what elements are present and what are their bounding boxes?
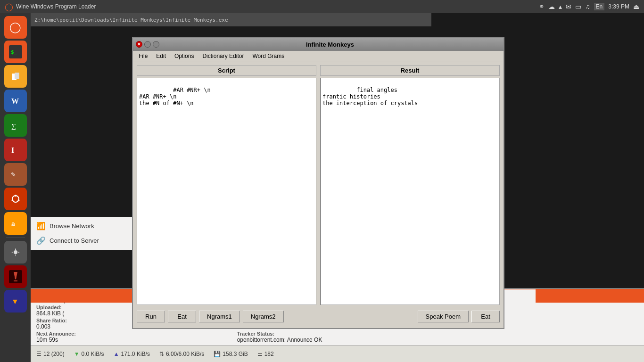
tracker-status-field: Tracker Status: openbittorrent.com: Anno… bbox=[237, 331, 638, 343]
statusbar: ☰ 12 (200) ▼ 0.0 KiB/s ▲ 171.0 KiB/s ⇅ 6… bbox=[31, 345, 644, 362]
sidebar-actions: 📶 Browse Network 🔗 Connect to Server bbox=[31, 217, 139, 250]
im-menubar: File Edit Options Dictionary Editor Word… bbox=[133, 51, 504, 61]
download-speed-value: 0.0 KiB/s bbox=[82, 351, 104, 357]
mail-icon: ✉ bbox=[566, 3, 571, 10]
menu-word-grams[interactable]: Word Grams bbox=[248, 52, 288, 60]
svg-text:▼: ▼ bbox=[11, 297, 19, 305]
disk-icon: 💾 bbox=[214, 351, 221, 357]
menu-options[interactable]: Options bbox=[171, 52, 198, 60]
result-header: Result bbox=[320, 65, 500, 76]
uploaded-field: Uploaded: 864.8 KiB ( bbox=[36, 304, 137, 317]
im-maximize-button[interactable] bbox=[153, 41, 159, 48]
menu-edit[interactable]: Edit bbox=[152, 52, 170, 60]
queue-value: 12 (200) bbox=[43, 351, 65, 357]
share-ratio-field: Share Ratio: 0.003 bbox=[36, 318, 137, 330]
next-announce-field: Next Announce: 10m 59s bbox=[36, 331, 237, 343]
im-close-button[interactable]: ✕ bbox=[136, 41, 142, 48]
tracker-status-value: openbittorrent.com: Announce OK bbox=[237, 337, 638, 343]
wine-path: Z:\home\pootit\Downloads\Infinite Monkey… bbox=[34, 17, 228, 23]
share-ratio-value: 0.003 bbox=[36, 323, 137, 330]
volume-icon: ♫ bbox=[585, 3, 590, 10]
dock-calc[interactable]: ∑ bbox=[4, 114, 27, 137]
im-title: Infinite Monkeys bbox=[159, 41, 501, 48]
im-titlebar: ✕ Infinite Monkeys bbox=[133, 38, 504, 51]
total-speed-value: 6.00/6.00 KiB/s bbox=[166, 351, 204, 357]
script-content: #AR #NR+ \n #AR #NR+ \n the #N of #N+ \n bbox=[139, 87, 211, 107]
menu-file[interactable]: File bbox=[135, 52, 151, 60]
download-icon: ▼ bbox=[74, 351, 80, 357]
script-textarea[interactable]: #AR #NR+ \n #AR #NR+ \n the #N of #N+ \n bbox=[137, 78, 316, 305]
script-header: Script bbox=[137, 65, 316, 76]
eat-right-button[interactable]: Eat bbox=[471, 311, 500, 322]
eat-left-button[interactable]: Eat bbox=[168, 311, 196, 322]
upload-speed-status: ▲ 171.0 KiB/s bbox=[114, 351, 150, 357]
dock-ubuntu[interactable]: ◯ bbox=[4, 16, 27, 39]
speak-poem-button[interactable]: Speak Poem bbox=[418, 311, 469, 322]
uploaded-label: Uploaded: bbox=[36, 304, 137, 310]
browse-network-item[interactable]: 📶 Browse Network bbox=[31, 219, 139, 233]
disk-value: 158.3 GiB bbox=[223, 351, 248, 357]
dock-impress[interactable]: I bbox=[4, 139, 27, 161]
ngrams2-button[interactable]: Ngrams2 bbox=[243, 311, 284, 322]
im-buttons: Run Eat Ngrams1 Ngrams2 Speak Poem Eat bbox=[137, 309, 500, 324]
peers-status: ⚌ 182 bbox=[257, 351, 274, 357]
lang-indicator[interactable]: En bbox=[594, 3, 605, 10]
dock-texteditor[interactable]: ✎ bbox=[4, 163, 27, 186]
svg-text:$_: $_ bbox=[11, 49, 17, 55]
battery-icon: ▭ bbox=[575, 3, 581, 10]
im-panels: Script #AR #NR+ \n #AR #NR+ \n the #N of… bbox=[137, 65, 500, 305]
power-icon[interactable]: ⏏ bbox=[633, 3, 639, 10]
dock-wine[interactable] bbox=[4, 265, 27, 288]
queue-status: ☰ 12 (200) bbox=[36, 351, 65, 357]
im-right-buttons: Speak Poem Eat bbox=[418, 311, 500, 322]
svg-text:✎: ✎ bbox=[11, 171, 16, 178]
upload-speed-value: 171.0 KiB/s bbox=[121, 351, 150, 357]
next-announce-label: Next Announce: bbox=[36, 331, 237, 337]
disk-status: 💾 158.3 GiB bbox=[214, 351, 248, 357]
cloud-icon: ☁ bbox=[548, 3, 555, 10]
server-icon: 🔗 bbox=[36, 236, 46, 245]
topbar-right: ⚭ ☁ ▴ ✉ ▭ ♫ En 3:39 PM ⏏ bbox=[539, 3, 639, 10]
im-minimize-button[interactable] bbox=[144, 41, 151, 48]
svg-point-17 bbox=[17, 199, 19, 201]
ngrams1-button[interactable]: Ngrams1 bbox=[199, 311, 240, 322]
im-left-buttons: Run Eat Ngrams1 Ngrams2 bbox=[137, 311, 284, 322]
im-window-controls: ✕ bbox=[136, 41, 159, 48]
connect-to-server-item[interactable]: 🔗 Connect to Server bbox=[31, 233, 139, 248]
dock-bittorrent[interactable]: ▼ bbox=[4, 290, 27, 313]
topbar-left: ◯ Wine Windows Program Loader bbox=[5, 2, 96, 11]
svg-point-21 bbox=[14, 250, 17, 254]
speed-icon: ⇅ bbox=[159, 351, 164, 357]
connect-to-server-label: Connect to Server bbox=[50, 237, 99, 244]
svg-point-15 bbox=[15, 195, 17, 197]
peers-value: 182 bbox=[264, 351, 274, 357]
dock-terminal[interactable]: $_ bbox=[4, 41, 27, 63]
total-speed-status: ⇅ 6.00/6.00 KiB/s bbox=[159, 351, 204, 357]
dock-files[interactable] bbox=[4, 65, 27, 88]
svg-rect-13 bbox=[9, 192, 22, 206]
download-speed-status: ▼ 0.0 KiB/s bbox=[74, 351, 104, 357]
result-textarea[interactable]: final angles frantic histories the inter… bbox=[320, 78, 500, 305]
browse-network-label: Browse Network bbox=[50, 222, 94, 230]
dock-writer[interactable]: W bbox=[4, 90, 27, 112]
dock-settings[interactable] bbox=[4, 241, 27, 263]
svg-point-16 bbox=[11, 199, 13, 201]
ubuntu-logo: ◯ bbox=[5, 2, 13, 11]
share-ratio-label: Share Ratio: bbox=[36, 318, 137, 323]
topbar-title: Wine Windows Program Loader bbox=[16, 3, 96, 10]
next-announce-value: 10m 59s bbox=[36, 337, 237, 343]
result-content: final angles frantic histories the inter… bbox=[322, 87, 418, 107]
svg-text:W: W bbox=[11, 97, 19, 105]
result-panel: Result final angles frantic histories th… bbox=[320, 65, 500, 305]
queue-icon: ☰ bbox=[36, 351, 41, 357]
run-button[interactable]: Run bbox=[137, 311, 165, 322]
uploaded-value: 864.8 KiB ( bbox=[36, 310, 137, 317]
menu-dictionary-editor[interactable]: Dictionary Editor bbox=[198, 52, 248, 60]
dock-ubuntu2[interactable] bbox=[4, 188, 27, 210]
dock: ◯ $_ W ∑ I ✎ a ▼ bbox=[0, 13, 31, 362]
svg-text:∑: ∑ bbox=[11, 123, 16, 130]
dock-amazon[interactable]: a bbox=[4, 212, 27, 235]
svg-rect-4 bbox=[15, 73, 19, 79]
network-icon: ⚭ bbox=[539, 3, 545, 10]
network-icon: 📶 bbox=[36, 222, 46, 230]
